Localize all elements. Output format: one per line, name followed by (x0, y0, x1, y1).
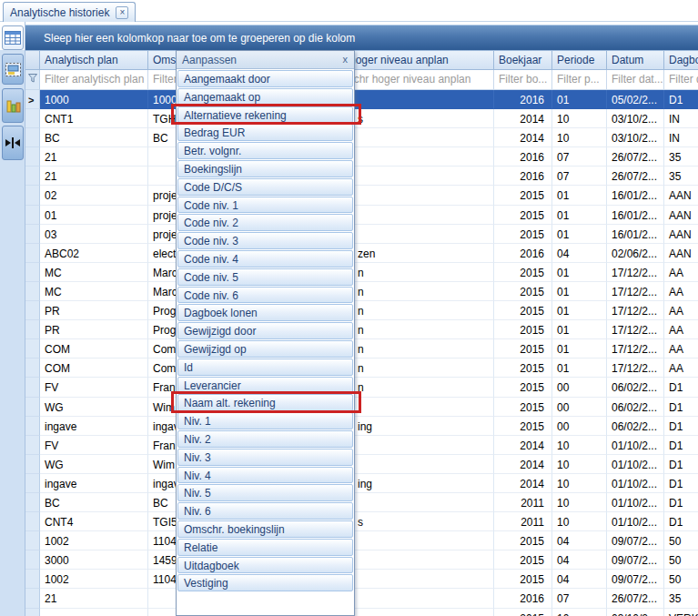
cell-dagboek: AA (664, 320, 698, 339)
popup-field-label: Omschr. boekingslijn (184, 523, 285, 536)
row-indicator (25, 550, 40, 570)
popup-field-item[interactable]: Niv. 5 (177, 484, 353, 501)
table-row[interactable]: 02 proje 2015 01 16/01/2... AAN (25, 186, 698, 205)
cell-periode: 00 (552, 378, 607, 397)
cell-analytisch-plan: MC (40, 282, 148, 301)
popup-field-label: Code niv. 3 (184, 235, 238, 247)
cell-analytisch-plan: 3000 (40, 550, 148, 570)
table-row[interactable]: 3000 1459 2015 04 09/07/2... 50 (25, 550, 698, 570)
left-toolbar (0, 22, 25, 616)
popup-field-label: Naam alt. rekening (184, 397, 276, 409)
popup-field-item[interactable]: Code niv. 3 (177, 232, 353, 249)
popup-field-item[interactable]: Alternatieve rekening (177, 106, 353, 124)
table-row[interactable]: ingave ingav ing 2014 10 01/10/2... D1 (25, 474, 698, 493)
cell-analytisch-plan: 02 (40, 186, 148, 205)
column-header-analytisch-plan[interactable]: Analytisch plan (40, 50, 148, 70)
popup-field-item[interactable]: Bedrag EUR (177, 124, 353, 141)
table-row[interactable]: PR Prog n 2015 01 17/12/2... AA (25, 320, 698, 339)
cell-periode: 01 (552, 282, 607, 301)
table-row[interactable]: MC Marc n 2015 01 17/12/2... AA (25, 282, 698, 301)
filter-periode[interactable]: Filter p... (552, 70, 607, 90)
table-row[interactable]: CNT4 TGI5 s 2011 10 01/10/2... D1 (25, 512, 698, 531)
cell-periode: 10 (552, 493, 607, 512)
popup-field-item[interactable]: Code niv. 4 (177, 250, 353, 268)
table-row[interactable]: COM Comm n 2015 01 17/12/2... AA (25, 358, 698, 378)
cell-periode: 07 (552, 589, 607, 608)
popup-field-item[interactable]: Gewijzigd door (177, 322, 353, 339)
filter-dagboek[interactable]: Filter d... (664, 70, 698, 90)
table-row[interactable]: 21 2016 07 26/07/2... 35 (25, 147, 698, 167)
column-header-periode[interactable]: Periode (552, 50, 607, 70)
popup-field-item[interactable]: Gewijzigd op (177, 340, 353, 358)
column-header-datum[interactable]: Datum (607, 50, 664, 70)
popup-field-item[interactable]: Code D/C/S (177, 178, 353, 196)
row-indicator (25, 282, 40, 301)
cell-analytisch-plan: BC (40, 493, 148, 512)
filter-analytisch-plan[interactable]: Filter analytisch plan (40, 70, 148, 90)
table-row[interactable]: ABC02 elect zen 2016 04 02/06/2... AAN (25, 244, 698, 263)
row-indicator (25, 90, 40, 109)
group-by-panel[interactable]: Sleep hier een kolomkop naar toe om te g… (25, 25, 698, 50)
popup-field-item[interactable]: Omschr. boekingslijn (177, 520, 353, 538)
filter-datum[interactable]: Filter dat... (607, 70, 664, 90)
popup-field-item[interactable]: Niv. 2 (177, 430, 353, 448)
popup-field-item[interactable]: Naam alt. rekening (177, 394, 353, 411)
popup-field-item[interactable]: Boekingslijn (177, 160, 353, 177)
table-row[interactable]: 21 2016 07 26/07/2... 35 (25, 589, 698, 608)
grid-view-button[interactable] (2, 25, 24, 50)
tab-close-icon[interactable]: × (116, 6, 128, 19)
table-row[interactable]: COM Comm n 2015 01 17/12/2... AA (25, 339, 698, 358)
table-row[interactable]: WG Wim 2014 10 01/10/2... D1 (25, 455, 698, 474)
popup-field-item[interactable]: Aangemaakt op (177, 88, 353, 106)
table-row[interactable]: FV Fran n 2015 00 06/02/2... D1 (25, 378, 698, 397)
popup-field-item[interactable]: Niv. 3 (177, 449, 353, 466)
table-row[interactable]: MC Marc n 2015 01 17/12/2... AA (25, 263, 698, 282)
table-row[interactable]: BC BC 2011 10 01/10/2... D1 (25, 493, 698, 512)
popup-field-item[interactable]: Code niv. 5 (177, 268, 353, 286)
table-row[interactable]: PR Prog n 2015 01 17/12/2... AA (25, 301, 698, 320)
popup-field-item[interactable]: Aangemaakt door (177, 70, 353, 87)
splitter-button[interactable] (2, 126, 24, 160)
cell-dagboek: D1 (664, 474, 698, 493)
popup-field-item[interactable]: Dagboek lonen (177, 304, 353, 321)
popup-field-item[interactable]: Id (177, 358, 353, 376)
table-row[interactable]: 1002 1104 2015 04 09/07/2... 50 (25, 570, 698, 589)
table-row[interactable]: 03 proje 2015 01 16/01/2... AAN (25, 225, 698, 244)
popup-field-item[interactable]: Niv. 6 (177, 502, 353, 520)
cell-periode: 10 (552, 455, 607, 474)
table-row[interactable]: 21 2016 07 26/07/2... 35 (25, 167, 698, 186)
popup-field-item[interactable]: Betr. volgnr. (177, 142, 353, 159)
popup-title-bar[interactable]: Aanpassen x (177, 51, 354, 69)
cell-periode: 07 (552, 147, 607, 167)
table-row[interactable]: ingave ingav ing 2015 00 06/02/2... D1 (25, 417, 698, 436)
cell-analytisch-plan: FV (40, 436, 148, 455)
print-preview-button[interactable] (2, 54, 24, 85)
table-row[interactable]: 1002 1104 2015 04 09/07/2... 50 (25, 531, 698, 550)
popup-field-item[interactable]: Relatie (177, 539, 353, 556)
popup-field-item[interactable]: Leverancier (177, 377, 353, 394)
popup-field-item[interactable]: Vestiging (177, 574, 353, 591)
table-row[interactable]: 01 proje 2015 01 16/01/2... AAN (25, 206, 698, 225)
chart-view-button[interactable] (2, 88, 24, 123)
tab-analytische-historiek[interactable]: Analytische historiek × (3, 2, 136, 22)
column-header-dagboek[interactable]: Dagboek (664, 50, 698, 70)
popup-close-icon[interactable]: x (343, 55, 349, 65)
table-row[interactable]: FV Fran 2014 10 01/10/2... D1 (25, 436, 698, 455)
table-row[interactable]: 2015 10 03/10/2... VERK (25, 609, 698, 616)
table-row[interactable]: 1000 1000 2016 01 05/02/2... D1 (25, 90, 698, 109)
popup-field-item[interactable]: Code niv. 1 (177, 197, 353, 214)
cell-datum: 09/07/2... (607, 550, 664, 570)
table-row[interactable]: BC BC 2014 10 03/10/2... IN (25, 128, 698, 147)
popup-field-item[interactable]: Niv. 1 (177, 412, 353, 429)
cell-dagboek: VERK (664, 609, 698, 616)
filter-boekjaar[interactable]: Filter bo... (494, 70, 552, 90)
popup-field-item[interactable]: Uitdagboek (177, 557, 353, 574)
table-row[interactable]: WG Wim 2015 00 06/02/2... D1 (25, 398, 698, 417)
table-row[interactable]: CNT1 TGH s 2014 10 03/10/2... IN (25, 109, 698, 128)
popup-field-item[interactable]: Niv. 4 (177, 467, 353, 484)
column-header-boekjaar[interactable]: Boekjaar (494, 50, 552, 70)
popup-field-item[interactable]: Code niv. 6 (177, 287, 353, 304)
popup-field-label: Uitdagboek (184, 560, 239, 572)
popup-field-item[interactable]: Code niv. 2 (177, 214, 353, 231)
cell-datum: 09/07/2... (607, 531, 664, 550)
